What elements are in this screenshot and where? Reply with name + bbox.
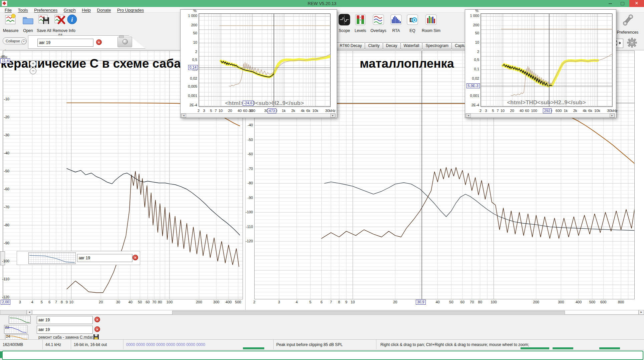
x-tick-label: 100	[486, 300, 502, 304]
scrollbar-track[interactable]	[32, 310, 639, 315]
y-tick-label: 1 000	[470, 14, 479, 18]
minimize-button[interactable]	[605, 0, 615, 7]
y-tick-label: 2	[477, 50, 479, 54]
preferences-label[interactable]: Preferences	[613, 30, 643, 35]
x-tick-label: 30kHz	[604, 109, 621, 113]
scroll-left-icon[interactable]: ◄	[466, 114, 471, 118]
menu-preferences[interactable]: Preferences	[34, 8, 57, 13]
measurement-name-input[interactable]	[77, 254, 132, 262]
tab-rt60-decay[interactable]: RT60 Decay	[336, 42, 365, 49]
menu-graph[interactable]: Graph	[64, 8, 76, 13]
scrollbar-corner	[0, 310, 27, 315]
measurement-thumbnail[interactable]	[9, 316, 31, 324]
room-sim-icon	[425, 13, 437, 26]
tab-spectrogram[interactable]: Spectrogram	[422, 42, 452, 49]
collapse-button[interactable]: Collapse«	[3, 37, 27, 44]
eq-button[interactable]: EQ EQ	[405, 13, 420, 33]
measurement-name-input[interactable]	[37, 39, 93, 47]
overlays-button[interactable]: Overlays	[369, 13, 388, 33]
y-tick-label: -100	[246, 210, 253, 214]
y-tick-label: -110	[2, 277, 9, 281]
room-sim-button[interactable]: Room Sim	[421, 13, 441, 33]
left-inset-y-axis: 1 000200501020,50,10,020,0050,0012E-40,1…	[181, 13, 198, 107]
measurement-thumbnail[interactable]: 23	[4, 325, 27, 334]
y-tick-label: 10	[475, 40, 479, 44]
y-tick-label: 50	[475, 31, 479, 35]
measurement-name-input[interactable]	[37, 316, 93, 324]
menu-donate[interactable]: Donate	[97, 8, 111, 13]
right-thd-inset-plot[interactable]	[480, 13, 612, 107]
progress-strip	[2, 351, 643, 360]
menu-tools[interactable]: Tools	[18, 8, 28, 13]
delete-measurement-button[interactable]: ×	[132, 255, 138, 260]
y-tick-label: -20	[4, 115, 9, 119]
title-bar: REW V5.20.13 ✕	[0, 0, 644, 7]
info-button[interactable]: i Info	[65, 13, 79, 33]
right-inset-html-label: <html>THD<sub>H2..9</sub>	[480, 99, 612, 106]
scroll-right-icon[interactable]: ►	[639, 310, 644, 315]
y-tick-label: 2E-4	[471, 103, 479, 107]
left-inset-scrollbar[interactable]: ◄►	[181, 113, 336, 117]
peak-input-status: Peak input before clipping 85 dB SPL	[274, 340, 376, 350]
menu-help[interactable]: Help	[82, 8, 91, 13]
eq-icon: EQ	[406, 13, 419, 26]
menu-file[interactable]: File	[5, 8, 12, 13]
tab-decay[interactable]: Decay	[383, 42, 401, 49]
zoom-out-button[interactable]: −	[30, 68, 36, 74]
y-tick-label: -100	[2, 259, 9, 263]
restore-button[interactable]	[617, 0, 627, 7]
close-button[interactable]: ✕	[629, 0, 644, 7]
y-tick-label: 1 000	[188, 14, 197, 18]
info-icon: i	[66, 13, 78, 26]
measurement-name-input[interactable]	[37, 326, 93, 334]
cursor-x-readout: 473	[268, 108, 276, 113]
levels-icon: 06	[354, 13, 367, 26]
right-inset-unit-label: %	[472, 9, 478, 13]
x-tick-label: 600	[595, 300, 612, 304]
y-tick-label: -10	[4, 97, 9, 101]
right-main-x-axis: 2345678910204050607080100200300400500600…	[254, 299, 635, 306]
y-tick-label: 2E-4	[190, 103, 197, 107]
left-thd-inset-plot[interactable]	[199, 13, 330, 107]
cursor-y-readout: 0,14	[188, 65, 198, 70]
zoom-in-button[interactable]: +	[30, 60, 36, 67]
x-tick-label: 10k	[307, 109, 324, 113]
bit-depth-status: 16-bit in, 16-bit out	[71, 340, 123, 350]
tab-clarity[interactable]: Clarity	[365, 42, 383, 49]
measure-button[interactable]: Measure	[1, 13, 20, 33]
y-tick-label: -80	[4, 223, 9, 227]
scroll-left-icon[interactable]: ◄	[181, 114, 186, 118]
svg-text:i: i	[71, 16, 73, 23]
strip-tab	[243, 347, 264, 349]
measurement-row[interactable]: ×	[17, 251, 140, 265]
delete-measurement-button[interactable]: ×	[94, 317, 100, 322]
collapse-chevrons-icon: «	[21, 39, 26, 44]
bottom-strip	[0, 349, 644, 360]
strip-tab	[521, 347, 549, 349]
scroll-right-icon[interactable]: ►	[610, 114, 615, 118]
rta-button[interactable]: RTA	[388, 13, 404, 33]
cursor-x-readout: 2,00	[1, 300, 10, 305]
y-tick-label: 0,5	[474, 58, 479, 62]
delete-measurement-button[interactable]: ×	[94, 326, 100, 332]
svg-text:Q: Q	[413, 17, 416, 23]
tab-waterfall[interactable]: Waterfall	[400, 42, 423, 49]
left-main-x-axis: 345678910203040506070801002003004005002,…	[3, 299, 243, 306]
x-tick-label: 100	[161, 300, 178, 304]
x-tick-label: 300	[553, 300, 569, 304]
save-measurement-icon[interactable]	[93, 334, 99, 339]
scroll-left-icon[interactable]: ◄	[27, 310, 32, 315]
delete-measurement-button[interactable]: ×	[96, 39, 102, 45]
y-tick-label: 0,02	[190, 76, 197, 80]
right-inset-scrollbar[interactable]: ◄►	[465, 113, 615, 117]
menu-pro-upgrades[interactable]: Pro Upgrades	[117, 8, 144, 13]
levels-button[interactable]: 06 Levels	[351, 13, 370, 33]
controls-gear-icon[interactable]	[627, 37, 637, 48]
camera-capture-icon[interactable]	[117, 37, 132, 47]
scroll-right-icon[interactable]: ►	[330, 114, 335, 118]
scope-icon	[338, 13, 351, 26]
measurement-thumbnail[interactable]	[28, 252, 76, 264]
preferences-icon[interactable]	[621, 13, 635, 27]
strip-nub	[0, 351, 3, 358]
left-inset-html-label: <html>THD<sub>H2..9</sub>	[199, 100, 330, 107]
